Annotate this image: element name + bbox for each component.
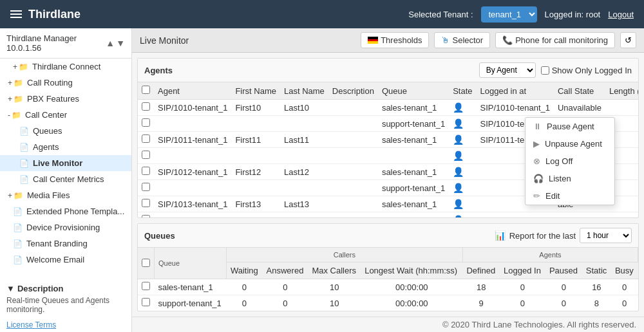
- row-checkbox[interactable]: [142, 151, 150, 159]
- sidebar-nav: +📁Thirdlane Connect+📁Call Routing+📁PBX F…: [0, 59, 131, 280]
- sidebar-item-device-provisioning[interactable]: 📄Device Provisioning: [0, 219, 131, 235]
- queue-row-checkbox[interactable]: [142, 282, 150, 290]
- cell-max-callers: 10: [308, 295, 361, 311]
- cell-last: [280, 116, 328, 132]
- agents-section-header: Agents By Agent By Queue Show Only Logge…: [138, 59, 638, 82]
- thresholds-button[interactable]: Thresholds: [361, 32, 429, 48]
- sidebar-item-call-center-metrics[interactable]: 📄Call Center Metrics: [0, 171, 131, 187]
- sidebar-header: Thirdlane Manager 10.0.1.56 ▲ ▼: [0, 28, 131, 59]
- cell-last: Last11: [280, 132, 328, 148]
- col-paused: Paused: [545, 263, 582, 279]
- col-busy: Busy: [611, 263, 638, 279]
- table-row[interactable]: support-tenant_1 👤 SIP/1013-tenant_1 Una…: [138, 212, 638, 218]
- table-row[interactable]: support-tenant_1 0 0 10 00:00:00 9 0 0 8…: [138, 295, 638, 311]
- sidebar-up-arrow[interactable]: ▲: [106, 38, 115, 48]
- queue-row-checkbox[interactable]: [142, 298, 150, 306]
- doc-icon: 📄: [19, 127, 29, 136]
- menu-edit[interactable]: ✏ Edit: [526, 187, 614, 205]
- report-icon: 📊: [495, 230, 506, 241]
- hour-select[interactable]: 1 hour 2 hours 4 hours 8 hours 24 hours: [580, 228, 632, 243]
- pause-icon: ⏸: [533, 122, 542, 131]
- queues-section: Queues 📊 Report for the last 1 hour 2 ho…: [137, 223, 639, 311]
- col-answered: Answered: [263, 263, 308, 279]
- hamburger-menu[interactable]: [10, 10, 22, 18]
- sidebar-item-welcome-email[interactable]: 📄Welcome Email: [0, 252, 131, 268]
- row-checkbox[interactable]: [142, 215, 150, 217]
- folder-toggle-icon: +: [8, 191, 12, 200]
- cell-agent: [154, 148, 231, 164]
- col-last-name: Last Name: [280, 82, 328, 100]
- row-checkbox[interactable]: [142, 134, 150, 143]
- sidebar-item-pbx-features[interactable]: +📁PBX Features: [0, 91, 131, 107]
- row-checkbox[interactable]: [142, 102, 150, 111]
- sidebar-down-arrow[interactable]: ▼: [116, 38, 125, 48]
- folder-icon: 📁: [14, 78, 23, 88]
- row-checkbox[interactable]: [142, 167, 150, 175]
- select-all-agents[interactable]: [142, 86, 150, 94]
- avatar: 👤: [453, 134, 464, 145]
- col-defined: Defined: [462, 263, 500, 279]
- col-call-state: Call State: [554, 82, 605, 100]
- col-logged-in: Logged In: [500, 263, 545, 279]
- sidebar-item-live-monitor[interactable]: 📄Live Monitor: [0, 155, 131, 171]
- refresh-button[interactable]: ↺: [620, 32, 636, 48]
- menu-unpause-agent[interactable]: ▶ Unpause Agent: [526, 135, 614, 152]
- header-left: Thirdlane: [10, 8, 80, 21]
- tenant-selector[interactable]: tenant_1: [481, 6, 537, 23]
- menu-log-off[interactable]: ⊗ Log Off: [526, 152, 614, 170]
- menu-pause-agent[interactable]: ⏸ Pause Agent: [526, 118, 614, 135]
- folder-icon: 📁: [14, 191, 23, 200]
- by-agent-select[interactable]: By Agent By Queue: [479, 62, 536, 78]
- report-control: 📊 Report for the last 1 hour 2 hours 4 h…: [495, 228, 632, 243]
- cell-defined: 9: [462, 295, 500, 311]
- menu-listen[interactable]: 🎧 Listen: [526, 170, 614, 187]
- sidebar-item-extended-phone-template[interactable]: 📄Extended Phone Templa...: [0, 203, 131, 219]
- cell-state: 👤: [449, 180, 476, 196]
- sidebar-item-call-routing[interactable]: +📁Call Routing: [0, 75, 131, 91]
- sidebar-item-tenant-branding[interactable]: 📄Tenant Branding: [0, 235, 131, 252]
- cell-answered: 0: [263, 295, 308, 311]
- sidebar-item-agents[interactable]: 📄Agents: [0, 139, 131, 155]
- avatar: 👤: [453, 199, 464, 209]
- sidebar-item-call-center[interactable]: -📁Call Center: [0, 107, 131, 123]
- sidebar: Thirdlane Manager 10.0.1.56 ▲ ▼ +📁Thirdl…: [0, 28, 132, 332]
- license-link[interactable]: License Terms: [0, 318, 131, 332]
- doc-icon: 📄: [13, 239, 23, 248]
- sidebar-item-media-files[interactable]: +📁Media Files: [0, 187, 131, 203]
- logout-button[interactable]: Logout: [608, 10, 634, 19]
- show-logged-in-label[interactable]: Show Only Logged In: [541, 66, 632, 75]
- description-label-header: ▼ Description: [6, 284, 125, 293]
- queues-table-container: Queue Callers Agents Waiting Answered Ma…: [138, 248, 638, 311]
- row-checkbox[interactable]: [142, 118, 150, 127]
- agents-controls: By Agent By Queue Show Only Logged In: [479, 62, 632, 78]
- cell-agent: SIP/1011-tenant_1: [154, 132, 231, 148]
- row-checkbox[interactable]: [142, 199, 150, 207]
- sidebar-version: Thirdlane Manager 10.0.1.56: [6, 33, 106, 53]
- content-title: Live Monitor: [140, 35, 189, 46]
- phone-monitoring-button[interactable]: 📞 Phone for call monitoring: [495, 32, 615, 48]
- row-checkbox[interactable]: [142, 183, 150, 191]
- show-logged-in-checkbox[interactable]: [541, 66, 549, 75]
- cell-agent: SIP/1012-tenant_1: [154, 164, 231, 180]
- sidebar-item-queues[interactable]: 📄Queues: [0, 123, 131, 139]
- table-row[interactable]: SIP/1010-tenant_1 First10 Last10 sales-t…: [138, 100, 638, 116]
- col-callers-group: Callers: [226, 248, 462, 263]
- folder-toggle-icon: +: [13, 62, 17, 71]
- flag-icon: [368, 37, 378, 44]
- cell-desc: [328, 164, 378, 180]
- cell-first: First11: [231, 132, 280, 148]
- logged-in-label: Logged in: root: [545, 10, 601, 19]
- sidebar-item-thirdlane-connect[interactable]: +📁Thirdlane Connect: [0, 59, 131, 75]
- queues-header: Queues 📊 Report for the last 1 hour 2 ho…: [138, 224, 638, 248]
- cell-queue: support-tenant_1: [378, 212, 449, 218]
- cell-length: [605, 100, 638, 116]
- table-row[interactable]: sales-tenant_1 0 0 10 00:00:00 18 0 0 16…: [138, 279, 638, 295]
- folder-toggle-icon: +: [8, 78, 12, 88]
- cell-first: [231, 148, 280, 164]
- version-label: Thirdlane Manager 10.0.1.56: [6, 33, 106, 53]
- cell-answered: 0: [263, 279, 308, 295]
- select-all-queues[interactable]: [142, 259, 150, 267]
- sidebar-item-label: Call Center Metrics: [33, 174, 104, 184]
- selector-button[interactable]: 🖱 Selector: [434, 32, 490, 48]
- description-section: ▼ Description Real-time Queues and Agent…: [0, 280, 131, 318]
